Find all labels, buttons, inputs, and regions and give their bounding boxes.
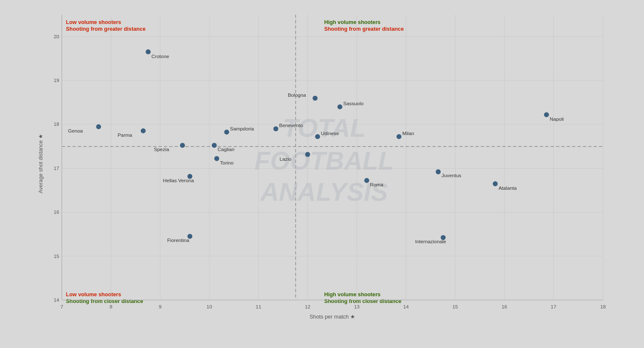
x-axis-label: Shots per match ★	[310, 313, 356, 320]
label-hellas-verona: Hellas Verona	[163, 178, 194, 183]
svg-text:14: 14	[403, 304, 409, 309]
label-cagliari: Cagliari	[218, 146, 235, 152]
bottom-right-label-1: High volume shooters	[324, 291, 380, 298]
bottom-right-label-2: Shooting from closer distance	[324, 298, 401, 304]
svg-text:19: 19	[54, 77, 59, 83]
dot-sassuolo	[338, 104, 343, 109]
top-left-label-2: Shooting from greater distance	[66, 26, 145, 32]
svg-text:15: 15	[452, 304, 458, 309]
label-napoli: Napoli	[550, 116, 564, 122]
scatter-plot: Low volume shooters Shooting from greate…	[29, 8, 627, 323]
dot-parma	[141, 128, 146, 133]
dot-atalanta	[493, 181, 498, 186]
dot-bologna	[313, 96, 318, 101]
dot-sampdoria	[224, 130, 229, 135]
svg-text:10: 10	[206, 304, 212, 309]
dot-spezia	[180, 143, 185, 148]
label-crotone: Crotone	[151, 53, 169, 59]
dot-juventus	[436, 169, 441, 174]
label-internazionale: Internazionale	[415, 239, 446, 244]
dot-torino	[214, 156, 219, 161]
label-atalanta: Atalanta	[499, 185, 517, 191]
dot-crotone	[146, 49, 151, 54]
bottom-left-label-1: Low volume shooters	[66, 291, 121, 298]
svg-text:18: 18	[600, 304, 606, 309]
svg-text:17: 17	[54, 165, 59, 171]
label-fiorentina: Fiorentina	[167, 237, 190, 243]
watermark-line2: FOOTBALL	[254, 146, 394, 175]
dot-milan	[396, 134, 401, 139]
svg-text:12: 12	[305, 304, 310, 309]
label-bologna: Bologna	[288, 92, 306, 98]
dot-napoli	[544, 112, 549, 117]
svg-text:16: 16	[501, 304, 507, 309]
dot-lazio	[305, 152, 310, 157]
svg-text:11: 11	[256, 304, 261, 309]
svg-text:13: 13	[354, 304, 360, 309]
chart-area: Low volume shooters Shooting from greate…	[29, 8, 627, 323]
label-sampdoria: Sampdoria	[230, 126, 254, 131]
top-left-label-1: Low volume shooters	[66, 19, 121, 25]
top-right-label-1: High volume shooters	[324, 19, 380, 25]
label-torino: Torino	[220, 160, 234, 165]
svg-text:17: 17	[551, 304, 556, 309]
label-lazio: Lazio	[280, 156, 292, 162]
dot-cagliari	[212, 143, 217, 148]
dot-benevento	[273, 126, 278, 131]
label-juventus: Juventus	[441, 173, 461, 178]
label-roma: Roma	[370, 182, 383, 187]
svg-text:15: 15	[54, 253, 60, 259]
dot-roma	[364, 178, 370, 183]
svg-text:7: 7	[61, 304, 63, 309]
label-udinese: Udinese	[321, 130, 339, 136]
y-axis-label: Average shot distance ★	[37, 134, 44, 194]
svg-text:9: 9	[159, 304, 162, 309]
label-parma: Parma	[118, 132, 132, 138]
dot-udinese	[315, 134, 320, 139]
svg-text:14: 14	[54, 297, 60, 303]
svg-text:8: 8	[110, 304, 113, 309]
watermark-line3: ANALYSIS	[259, 178, 388, 206]
label-benevento: Benevento	[279, 122, 303, 128]
svg-text:20: 20	[54, 34, 60, 39]
svg-text:16: 16	[54, 209, 60, 215]
dot-genoa	[96, 124, 101, 129]
chart-container: Low volume shooters Shooting from greate…	[0, 0, 644, 348]
label-genoa: Genoa	[68, 128, 83, 133]
label-spezia: Spezia	[154, 146, 169, 152]
svg-text:18: 18	[54, 121, 60, 127]
label-sassuolo: Sassuolo	[343, 101, 364, 106]
bottom-left-label-2: Shooting from closer distance	[66, 298, 143, 304]
top-right-label-2: Shooting from greater distance	[324, 26, 404, 32]
label-milan: Milan	[402, 130, 414, 136]
